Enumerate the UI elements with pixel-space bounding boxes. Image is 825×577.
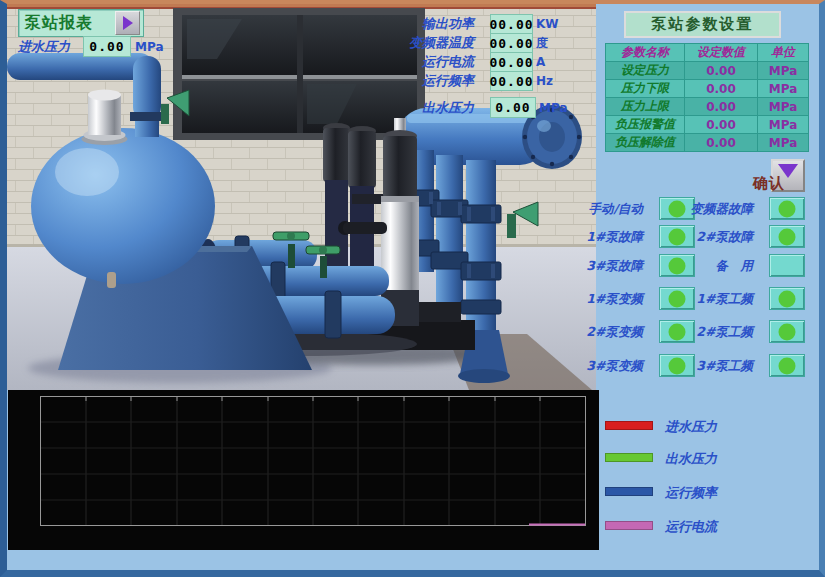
lamp-dot (669, 290, 686, 307)
output-power-value: 00.00 (490, 14, 533, 34)
status-lamp-pump1-mains (769, 287, 805, 310)
lamp-dot (669, 323, 686, 340)
status-lamp-vfd-fault (769, 197, 805, 220)
param-value[interactable]: 0.00 (685, 134, 758, 152)
param-name: 设定压力 (606, 62, 685, 80)
param-unit: MPa (758, 62, 809, 80)
param-name: 压力上限 (606, 98, 685, 116)
lamp-dot (669, 200, 686, 217)
legend-swatch-outlet-pressure (605, 453, 653, 462)
indicator-label-pump1-mains: 1#泵工频 (696, 291, 753, 308)
inverter-temp-value: 00.00 (490, 33, 533, 53)
hmi-screen: 泵站报表 进水压力 0.00 MPa 输出功率 00.00 KW 变频器温度 0… (0, 0, 825, 577)
param-value[interactable]: 0.00 (685, 62, 758, 80)
inlet-pressure-label: 进水压力 (18, 40, 70, 53)
indicator-label-pump2-mains: 2#泵工频 (696, 324, 753, 341)
param-value[interactable]: 0.00 (685, 116, 758, 134)
status-lamp-pump2-fault (769, 225, 805, 248)
inlet-pressure-unit: MPa (135, 41, 164, 53)
settings-row: 负压解除值 0.00 MPa (606, 134, 809, 152)
legend-label-run-current: 运行电流 (665, 518, 717, 536)
param-unit: MPa (758, 116, 809, 134)
col-unit: 单位 (758, 44, 809, 62)
run-current-value: 00.00 (490, 52, 533, 72)
settings-header-row: 参数名称 设定数值 单位 (606, 44, 809, 62)
lamp-dot (779, 357, 796, 374)
run-current-label: 运行电流 (422, 55, 474, 68)
param-name: 压力下限 (606, 80, 685, 98)
col-set-value: 设定数值 (685, 44, 758, 62)
indicator-label-pump2-vfd: 2#泵变频 (586, 324, 643, 341)
status-lamp-pump2-mains (769, 320, 805, 343)
report-button[interactable]: 泵站报表 (18, 9, 144, 37)
settings-row: 设定压力 0.00 MPa (606, 62, 809, 80)
legend-label-inlet-pressure: 进水压力 (665, 418, 717, 436)
param-name: 负压解除值 (606, 134, 685, 152)
indicator-label-pump1-vfd: 1#泵变频 (586, 291, 643, 308)
param-value[interactable]: 0.00 (685, 80, 758, 98)
status-lamp-pump1-vfd (659, 287, 695, 310)
indicator-label-pump3-vfd: 3#泵变频 (586, 358, 643, 375)
indicator-label-pump2-fault: 2#泵故障 (696, 229, 753, 246)
report-button-label: 泵站报表 (25, 13, 93, 34)
indicator-label-vfd-fault: 变频器故障 (691, 201, 754, 218)
param-name: 负压报警值 (606, 116, 685, 134)
param-unit: MPa (758, 98, 809, 116)
legend-swatch-inlet-pressure (605, 421, 653, 430)
status-lamp-spare (769, 254, 805, 277)
run-freq-value: 00.00 (490, 71, 533, 91)
confirm-button-label: 确认 (753, 174, 785, 193)
settings-table: 参数名称 设定数值 单位 设定压力 0.00 MPa 压力下限 0.00 MPa… (605, 43, 809, 152)
status-lamp-pump3-fault (659, 254, 695, 277)
param-unit: MPa (758, 134, 809, 152)
outlet-pressure-value: 0.00 (490, 97, 536, 118)
lamp-dot (669, 257, 686, 274)
settings-row: 负压报警值 0.00 MPa (606, 116, 809, 134)
indicator-label-spare: 备 用 (716, 258, 754, 275)
inverter-temp-label: 变频器温度 (409, 36, 474, 49)
lamp-dot (669, 228, 686, 245)
col-param-name: 参数名称 (606, 44, 685, 62)
indicator-label-pump3-mains: 3#泵工频 (696, 358, 753, 375)
outlet-pressure-label: 出水压力 (422, 101, 474, 114)
legend-swatch-run-current (605, 521, 653, 530)
inlet-pressure-value: 0.00 (83, 36, 131, 57)
lamp-dot (779, 228, 796, 245)
lamp-dot (779, 200, 796, 217)
window (173, 8, 425, 140)
indicator-label-pump3-fault: 3#泵故障 (586, 258, 643, 275)
indicator-label-manual-auto: 手动/自动 (588, 201, 643, 218)
run-current-unit: A (536, 56, 545, 68)
legend-label-outlet-pressure: 出水压力 (665, 450, 717, 468)
settings-panel-title: 泵站参数设置 (624, 11, 781, 38)
lamp-dot (669, 357, 686, 374)
trend-chart-grid (8, 390, 599, 550)
status-lamp-pump2-vfd (659, 320, 695, 343)
report-play-button[interactable] (115, 11, 140, 35)
status-lamp-pump1-fault (659, 225, 695, 248)
run-freq-unit: Hz (536, 75, 553, 87)
lamp-dot (779, 323, 796, 340)
legend-label-run-freq: 运行频率 (665, 484, 717, 502)
lamp-dot (779, 290, 796, 307)
settings-row: 压力下限 0.00 MPa (606, 80, 809, 98)
param-unit: MPa (758, 80, 809, 98)
output-power-unit: KW (536, 18, 559, 30)
play-icon (123, 16, 133, 30)
status-lamp-pump3-vfd (659, 354, 695, 377)
settings-row: 压力上限 0.00 MPa (606, 98, 809, 116)
outlet-pressure-unit: MPa (539, 102, 568, 114)
trend-chart (8, 390, 599, 550)
output-power-label: 输出功率 (422, 17, 474, 30)
inverter-temp-unit: 度 (536, 37, 548, 49)
run-freq-label: 运行频率 (422, 74, 474, 87)
indicator-label-pump1-fault: 1#泵故障 (586, 229, 643, 246)
legend-swatch-run-freq (605, 487, 653, 496)
status-lamp-pump3-mains (769, 354, 805, 377)
param-value[interactable]: 0.00 (685, 98, 758, 116)
